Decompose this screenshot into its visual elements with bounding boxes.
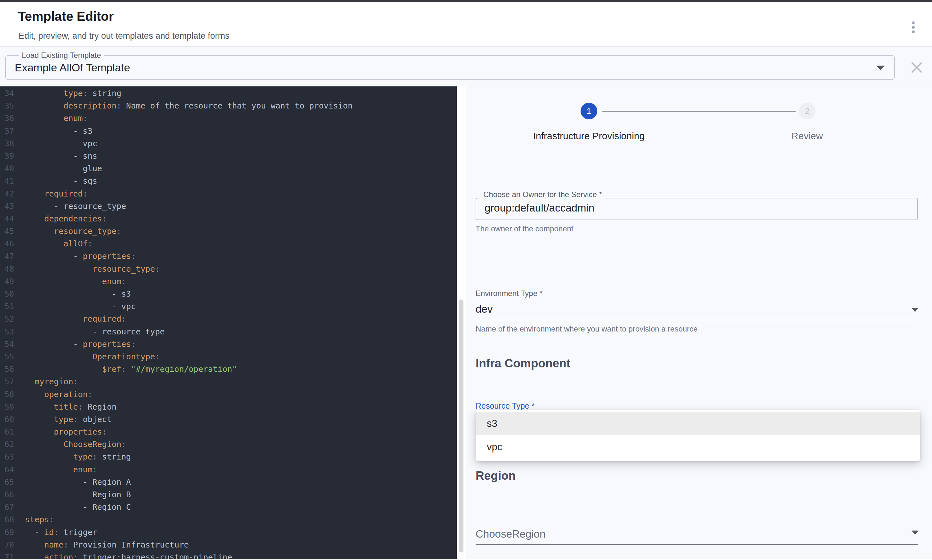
line-number: 36	[0, 112, 20, 125]
load-template-value: Example AllOf Template	[15, 62, 130, 74]
code-line: 59 title: Region	[0, 401, 457, 413]
code-line: 70 name: Provision Infrastructure	[0, 538, 457, 551]
code-line: 35 description: Name of the resource tha…	[0, 100, 457, 112]
menu-option-vpc[interactable]: vpc	[475, 435, 920, 458]
stepper-connector	[602, 111, 796, 112]
line-number: 51	[0, 300, 20, 312]
code-line: 51 - vpc	[0, 300, 457, 312]
stepper-step-2[interactable]: 2	[799, 103, 815, 119]
line-number: 57	[0, 375, 20, 388]
owner-field-label: Choose an Owner for the Service *	[480, 190, 605, 199]
code-line: 52 required:	[0, 312, 457, 325]
close-icon[interactable]	[910, 60, 924, 75]
code-line: 47 - properties:	[0, 250, 457, 262]
choose-region-select[interactable]: ChooseRegion	[475, 528, 545, 540]
line-number: 49	[0, 275, 20, 288]
code-line: 55 Operationtype:	[0, 351, 457, 363]
code-line: 67 - Region C	[0, 501, 457, 513]
code-line: 42 required:	[0, 188, 457, 200]
line-number: 60	[0, 413, 20, 426]
code-line: 41 - sqs	[0, 175, 457, 187]
code-line: 46 allOf:	[0, 237, 457, 250]
code-line: 43 - resource_type	[0, 200, 457, 212]
choose-region-underline	[475, 544, 918, 545]
load-template-combobox[interactable]: Load Existing Template Example AllOf Tem…	[5, 55, 895, 80]
template-form-panel: 1 2 Infrastructure Provisioning Review C…	[466, 86, 932, 559]
line-number: 59	[0, 401, 20, 413]
page-header: Template Editor Edit, preview, and try o…	[0, 2, 932, 47]
line-number: 66	[0, 488, 20, 501]
line-number: 46	[0, 237, 20, 250]
infra-component-heading: Infra Component	[475, 357, 571, 370]
code-editor[interactable]: 34 type: string35 description: Name of t…	[0, 86, 457, 559]
top-border	[0, 0, 932, 2]
code-line: 37 - s3	[0, 125, 457, 137]
line-number: 43	[0, 200, 20, 212]
environment-helper-text: Name of the environment where you want t…	[475, 325, 698, 334]
code-line: 56 $ref: "#/myregion/operation"	[0, 363, 457, 375]
line-number: 37	[0, 125, 20, 137]
choose-region-dropdown-arrow-icon[interactable]	[912, 531, 918, 535]
line-number: 38	[0, 137, 20, 150]
line-number: 50	[0, 288, 20, 300]
line-number: 55	[0, 351, 20, 363]
line-number: 41	[0, 175, 20, 187]
line-number: 52	[0, 312, 20, 325]
environment-type-select[interactable]: dev	[475, 303, 492, 315]
code-line: 64 enum:	[0, 463, 457, 476]
main-content: 34 type: string35 description: Name of t…	[0, 86, 932, 559]
kebab-menu-icon[interactable]	[910, 20, 917, 35]
code-line: 65 - Region A	[0, 476, 457, 488]
resource-type-label: Resource Type *	[475, 401, 535, 411]
code-line: 57 myregion:	[0, 375, 457, 388]
page-title: Template Editor	[18, 9, 114, 24]
code-line: 45 resource_type:	[0, 225, 457, 237]
line-number: 40	[0, 162, 20, 175]
environment-select-underline	[475, 320, 918, 320]
load-template-label: Load Existing Template	[18, 51, 105, 60]
region-heading: Region	[475, 469, 515, 483]
editor-scrollbar-track	[457, 86, 466, 559]
line-number: 39	[0, 150, 20, 162]
line-number: 69	[0, 526, 20, 538]
code-line: 61 properties:	[0, 426, 457, 438]
code-line: 44 dependencies:	[0, 212, 457, 225]
stepper-step-1[interactable]: 1	[581, 103, 597, 119]
line-number: 64	[0, 463, 20, 476]
code-line: 58 operation:	[0, 388, 457, 401]
code-line: 48 resource_type:	[0, 263, 457, 275]
line-number: 54	[0, 338, 20, 351]
code-line: 68steps:	[0, 513, 457, 526]
page-subtitle: Edit, preview, and try out templates and…	[18, 31, 229, 41]
line-number: 45	[0, 225, 20, 237]
line-number: 56	[0, 363, 20, 375]
line-number: 53	[0, 325, 20, 338]
menu-option-s3[interactable]: s3	[475, 412, 920, 435]
line-number: 61	[0, 426, 20, 438]
line-number: 48	[0, 263, 20, 275]
line-number: 63	[0, 451, 20, 463]
editor-scrollbar-thumb[interactable]	[458, 300, 463, 552]
owner-helper-text: The owner of the component	[475, 224, 574, 233]
environment-dropdown-arrow-icon[interactable]	[912, 308, 918, 312]
line-number: 58	[0, 388, 20, 401]
code-line: 36 enum:	[0, 112, 457, 125]
line-number: 44	[0, 212, 20, 225]
line-number: 42	[0, 188, 20, 200]
code-line: 71 action: trigger:harness-custom-pipeli…	[0, 551, 457, 559]
owner-field-value: group:default/accadmin	[484, 202, 594, 214]
code-line: 34 type: string	[0, 87, 457, 100]
code-line: 69 - id: trigger	[0, 526, 457, 538]
line-number: 62	[0, 438, 20, 451]
code-line: 60 type: object	[0, 413, 457, 426]
stepper-label-review: Review	[727, 131, 887, 142]
code-line: 39 - sns	[0, 150, 457, 162]
code-line: 38 - vpc	[0, 137, 457, 150]
line-number: 35	[0, 100, 20, 112]
resource-type-dropdown-menu: s3 vpc	[475, 410, 920, 461]
dropdown-arrow-icon[interactable]	[876, 66, 884, 71]
line-number: 67	[0, 501, 20, 513]
code-line: 54 - properties:	[0, 338, 457, 351]
environment-type-label: Environment Type *	[475, 289, 543, 298]
code-line: 50 - s3	[0, 288, 457, 300]
